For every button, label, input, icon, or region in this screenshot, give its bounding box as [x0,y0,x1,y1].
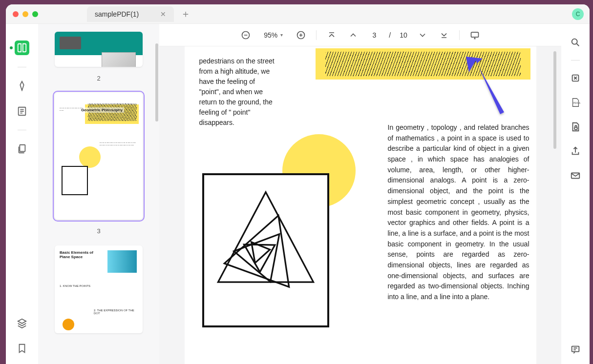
previous-page-button[interactable] [347,29,360,41]
zoom-out-button[interactable] [239,29,252,41]
main-area: Reader ⌘` 2 [6,24,590,364]
thumbnail-label: 2 [97,75,100,82]
svg-marker-8 [244,231,282,272]
thumbnail-page-2[interactable] [55,32,143,67]
thumbnail-page-3[interactable]: Geometric Philosophy ▪▪▪ ▪▪▪ ▪▪ ▪▪▪▪ ▪▪ … [55,93,143,220]
user-avatar[interactable]: C [572,8,584,20]
spiral-graphic [212,187,319,314]
svg-rect-1 [20,145,25,152]
rotate-button[interactable] [569,71,582,85]
close-tab-button[interactable]: ✕ [160,10,166,18]
thumbnail-scrollbar[interactable] [155,43,158,121]
highlighter-tool-button[interactable] [15,79,29,93]
zoom-in-button[interactable] [295,29,307,41]
search-icon [570,37,581,48]
thumbnail-label: 3 [97,227,100,235]
titlebar: samplePDF(1) ✕ ＋ C [6,4,590,24]
svg-point-10 [572,39,577,44]
page-paragraph-1: pedestrians on the street from a high al… [199,56,277,128]
next-page-button[interactable] [416,29,429,41]
new-tab-button[interactable]: ＋ [181,7,191,20]
maximize-window-button[interactable] [32,11,38,17]
pages-icon [17,143,27,154]
chevron-up-bar-icon [327,30,337,40]
note-text-icon [17,106,27,117]
svg-rect-4 [471,32,478,37]
thumbnail-panel[interactable]: 2 Geometric Philosophy ▪▪▪ ▪▪▪ ▪▪ ▪▪▪▪ ▪… [38,24,159,364]
first-page-button[interactable] [325,29,338,41]
file-lock-icon [570,121,581,132]
layers-button[interactable] [15,316,29,330]
rotate-icon [570,73,581,83]
page-spiral-image [202,173,329,327]
total-pages: 10 [400,31,407,39]
comments-button[interactable] [569,343,582,356]
page-paragraph-2: In geometry , topology , and related bra… [388,122,529,303]
pdfa-icon: PDF/A [570,97,581,108]
annotations-tool-button[interactable] [15,104,29,118]
svg-text:PDF/A: PDF/A [573,101,580,104]
protect-button[interactable] [569,120,582,134]
presentation-icon [470,30,480,40]
presentation-mode-button[interactable] [468,29,481,41]
zoom-level-dropdown[interactable]: 95% ▾ [261,31,286,39]
divider [18,130,26,130]
reader-mode-button[interactable] [15,40,29,55]
document-tab[interactable]: samplePDF(1) ✕ [87,6,174,22]
app-window: samplePDF(1) ✕ ＋ C [6,4,590,364]
share-button[interactable] [569,144,582,158]
chevron-down-icon: ▾ [280,32,283,38]
page-viewport[interactable]: pedestrians on the street from a high al… [159,46,561,364]
right-sidebar: PDF/A [561,24,590,364]
minus-circle-icon [241,30,251,40]
svg-marker-7 [233,219,297,282]
close-window-button[interactable] [13,11,19,17]
plus-circle-icon [296,30,306,40]
document-page: pedestrians on the street from a high al… [185,46,536,364]
status-dot [10,46,13,49]
highlighter-icon [17,81,27,91]
bookmarks-button[interactable] [15,342,29,355]
chevron-down-icon [418,30,427,40]
last-page-button[interactable] [438,29,450,41]
window-controls [13,11,38,17]
chevron-up-icon [348,30,358,40]
pdfa-button[interactable]: PDF/A [569,96,582,109]
minimize-window-button[interactable] [22,11,28,17]
thumbnail-page-4[interactable]: Basic Elements of Plane Space 1. KNOW TH… [55,245,143,333]
book-open-icon [17,42,27,53]
svg-marker-9 [251,239,272,263]
tab-title: samplePDF(1) [95,10,139,18]
mail-icon [570,170,581,181]
email-button[interactable] [569,169,582,182]
bookmark-icon [17,343,27,354]
chevron-down-bar-icon [439,30,449,40]
svg-rect-15 [572,346,579,352]
pages-tool-button[interactable] [15,142,29,156]
page-scrollbar[interactable] [553,51,556,149]
toolbar-separator [316,30,317,40]
left-sidebar: Reader ⌘` [6,24,38,364]
comment-icon [570,344,581,355]
svg-rect-13 [574,127,577,130]
viewer-toolbar: 95% ▾ / 10 [159,24,561,46]
svg-marker-5 [218,192,313,282]
divider [18,67,26,67]
content-area: 95% ▾ / 10 [159,24,561,364]
search-button[interactable] [569,36,582,49]
share-icon [570,146,581,157]
layers-icon [17,318,27,328]
page-separator: / [389,31,391,39]
divider [571,60,580,61]
current-page-input[interactable] [368,31,380,39]
toolbar-separator [459,30,460,40]
page-banner-graphic [316,48,530,80]
